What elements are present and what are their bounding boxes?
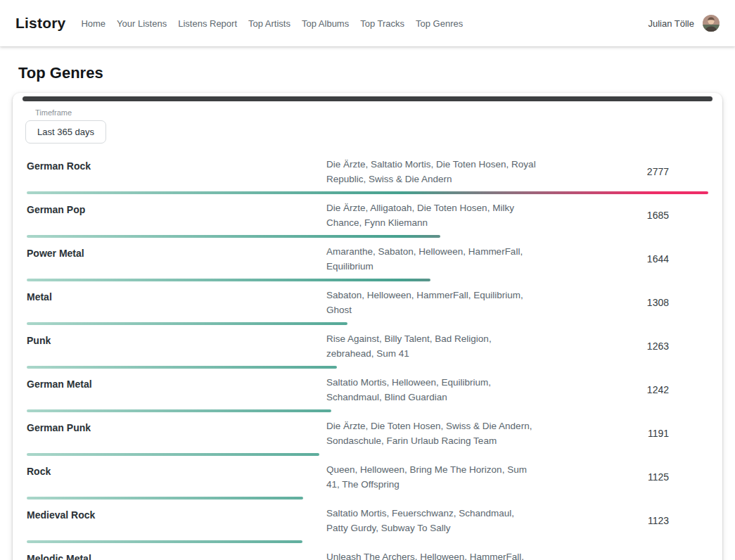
genre-artists: Queen, Helloween, Bring Me The Horizon, … xyxy=(326,462,537,492)
genre-artists: Amaranthe, Sabaton, Helloween, HammerFal… xyxy=(326,244,537,274)
top-navbar: Listory Home Your Listens Listens Report… xyxy=(0,0,735,46)
genre-count: 1308 xyxy=(537,297,708,308)
genre-row: German Pop Die Ärzte, Alligatoah, Die To… xyxy=(27,194,708,238)
genre-row: Punk Rise Against, Billy Talent, Bad Rel… xyxy=(27,325,708,369)
genre-name: Melodic Metal xyxy=(27,549,326,560)
genre-artists: Die Ärzte, Die Toten Hosen, Swiss & Die … xyxy=(326,419,537,448)
genre-name: German Metal xyxy=(27,375,326,392)
genre-artists: Saltatio Mortis, Helloween, Equilibrium,… xyxy=(326,375,537,405)
nav-item-top-artists[interactable]: Top Artists xyxy=(248,15,290,32)
genre-row: German Rock Die Ärzte, Saltatio Mortis, … xyxy=(27,151,708,194)
genre-row: Melodic Metal Unleash The Archers, Hello… xyxy=(27,543,708,560)
genre-artists: Die Ärzte, Saltatio Mortis, Die Toten Ho… xyxy=(326,157,537,186)
user-name: Julian Tölle xyxy=(648,18,694,29)
genre-count: 1191 xyxy=(537,428,708,439)
genre-row: German Metal Saltatio Mortis, Helloween,… xyxy=(27,369,708,412)
genre-row: Power Metal Amaranthe, Sabaton, Hellowee… xyxy=(27,238,708,281)
genre-count: 2777 xyxy=(537,166,708,177)
timeframe-select[interactable]: Last 365 days xyxy=(25,120,106,144)
page-title: Top Genres xyxy=(18,64,735,82)
genre-artists: Saltatio Mortis, Feuerschwanz, Schandmau… xyxy=(326,506,537,535)
nav-item-top-tracks[interactable]: Top Tracks xyxy=(360,15,404,32)
app-logo[interactable]: Listory xyxy=(15,15,65,32)
genre-row: Rock Queen, Helloween, Bring Me The Hori… xyxy=(27,456,708,499)
genre-name: Metal xyxy=(27,288,326,305)
genre-count: 1644 xyxy=(537,253,708,265)
nav-item-your-listens[interactable]: Your Listens xyxy=(117,15,167,32)
genre-name: Punk xyxy=(27,331,326,348)
nav-item-top-albums[interactable]: Top Albums xyxy=(302,15,349,32)
user-photo-icon xyxy=(703,15,720,32)
genre-count: 1123 xyxy=(537,515,708,526)
genre-artists: Die Ärzte, Alligatoah, Die Toten Hosen, … xyxy=(326,201,537,230)
genre-row: German Punk Die Ärzte, Die Toten Hosen, … xyxy=(27,412,708,456)
genre-row: Medieval Rock Saltatio Mortis, Feuerschw… xyxy=(27,499,708,543)
genre-name: German Rock xyxy=(27,157,326,174)
card-horizontal-scrollbar-track xyxy=(23,96,712,103)
genre-row: Metal Sabaton, Helloween, HammerFall, Eq… xyxy=(27,281,708,325)
nav-item-home[interactable]: Home xyxy=(81,15,106,32)
genre-name: German Pop xyxy=(27,201,326,217)
genre-count: 1125 xyxy=(537,471,708,483)
nav-item-listens-report[interactable]: Listens Report xyxy=(178,15,237,32)
user-avatar[interactable] xyxy=(703,15,720,32)
genre-artists: Sabaton, Helloween, HammerFall, Equilibr… xyxy=(326,288,537,317)
genre-table: German Rock Die Ärzte, Saltatio Mortis, … xyxy=(13,148,722,560)
main-nav: Home Your Listens Listens Report Top Art… xyxy=(81,15,648,32)
nav-item-top-genres[interactable]: Top Genres xyxy=(416,15,463,32)
genre-count: 1685 xyxy=(537,210,708,221)
genre-artists: Unleash The Archers, Helloween, HammerFa… xyxy=(326,549,537,560)
genre-name: Rock xyxy=(27,462,326,479)
genre-artists: Rise Against, Billy Talent, Bad Religion… xyxy=(326,331,537,361)
genre-count: 1263 xyxy=(537,341,708,352)
card-horizontal-scrollbar-thumb[interactable] xyxy=(23,96,712,101)
genre-name: German Punk xyxy=(27,419,326,435)
timeframe-label: Timeframe xyxy=(35,108,710,117)
genre-name: Medieval Rock xyxy=(27,506,326,523)
timeframe-filter: Timeframe Last 365 days xyxy=(13,107,722,148)
genre-count: 1242 xyxy=(537,384,708,395)
user-menu[interactable]: Julian Tölle xyxy=(648,15,720,32)
genre-name: Power Metal xyxy=(27,244,326,261)
top-genres-card: Timeframe Last 365 days German Rock Die … xyxy=(13,93,722,560)
